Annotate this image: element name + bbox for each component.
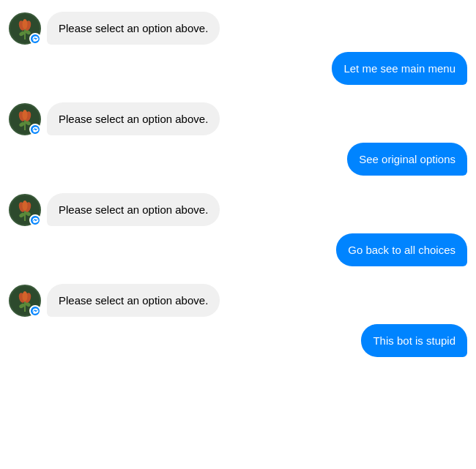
messenger-badge-icon — [29, 305, 41, 317]
user-message-bubble: This bot is stupid — [361, 324, 467, 357]
bot-message-bubble: Please select an option above. — [47, 284, 220, 317]
messenger-badge-icon — [29, 33, 41, 45]
messenger-badge-icon — [29, 214, 41, 226]
chat-container: Please select an option above.Let me see… — [9, 12, 467, 357]
message-row-3: Please select an option above. — [9, 102, 467, 135]
message-row-2: Let me see main menu — [9, 52, 467, 85]
bot-avatar — [9, 194, 41, 226]
bot-avatar — [9, 103, 41, 135]
message-row-1: Please select an option above. — [9, 12, 467, 45]
message-row-6: Go back to all choices — [9, 233, 467, 266]
message-row-7: Please select an option above. — [9, 284, 467, 317]
messenger-badge-icon — [29, 124, 41, 135]
bot-avatar — [9, 285, 41, 317]
bot-avatar — [9, 12, 41, 45]
user-message-bubble: Let me see main menu — [332, 52, 467, 85]
svg-point-17 — [23, 200, 28, 211]
bot-message-bubble: Please select an option above. — [47, 12, 220, 45]
user-message-bubble: See original options — [347, 143, 467, 176]
message-row-8: This bot is stupid — [9, 324, 467, 357]
user-message-bubble: Go back to all choices — [336, 233, 467, 266]
message-row-4: See original options — [9, 143, 467, 176]
svg-point-23 — [23, 291, 28, 301]
message-row-5: Please select an option above. — [9, 193, 467, 226]
svg-point-11 — [23, 110, 28, 120]
bot-message-bubble: Please select an option above. — [47, 193, 220, 226]
bot-message-bubble: Please select an option above. — [47, 102, 220, 135]
svg-point-5 — [23, 19, 28, 29]
